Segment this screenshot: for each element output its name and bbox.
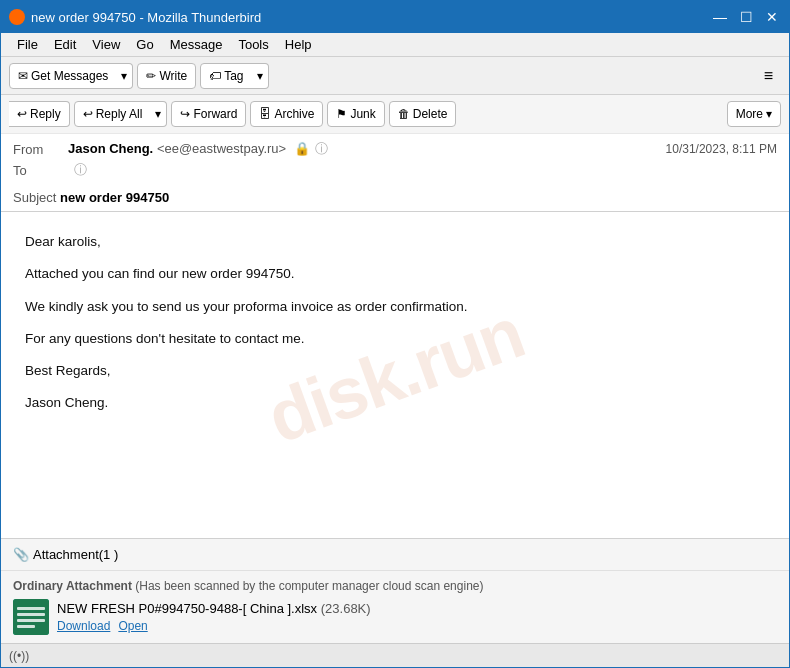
junk-button[interactable]: ⚑ Junk bbox=[327, 101, 384, 127]
write-label: Write bbox=[159, 69, 187, 83]
reply-all-button[interactable]: ↩ Reply All bbox=[74, 101, 152, 127]
tag-group: 🏷 Tag ▾ bbox=[200, 63, 268, 89]
from-row: From Jason Cheng. <ee@eastwestpay.ru> 🔒 … bbox=[13, 140, 777, 158]
archive-icon: 🗄 bbox=[259, 107, 271, 121]
attachment-type: Ordinary Attachment bbox=[13, 579, 132, 593]
close-button[interactable]: ✕ bbox=[763, 8, 781, 26]
inbox-icon: ✉ bbox=[18, 69, 28, 83]
get-messages-button[interactable]: ✉ Get Messages bbox=[9, 63, 117, 89]
to-value: ⓘ bbox=[68, 161, 777, 179]
menu-file[interactable]: File bbox=[9, 35, 46, 54]
email-fields: From Jason Cheng. <ee@eastwestpay.ru> 🔒 … bbox=[1, 134, 789, 186]
delete-label: Delete bbox=[413, 107, 448, 121]
archive-button[interactable]: 🗄 Archive bbox=[250, 101, 323, 127]
menu-edit[interactable]: Edit bbox=[46, 35, 84, 54]
body-line2: We kindly ask you to send us your profor… bbox=[25, 297, 765, 317]
minimize-button[interactable]: — bbox=[711, 8, 729, 26]
window-title: new order 994750 - Mozilla Thunderbird bbox=[31, 10, 711, 25]
tag-arrow-icon: ▾ bbox=[257, 69, 263, 83]
attachment-header-text: Attachment(1 ) bbox=[33, 547, 118, 562]
svg-rect-2 bbox=[17, 613, 45, 616]
tag-label: Tag bbox=[224, 69, 243, 83]
body-line1: Attached you can find our new order 9947… bbox=[25, 264, 765, 284]
attachment-header: 📎 Attachment(1 ) bbox=[1, 539, 789, 571]
file-name: NEW FRESH P0#994750-9488-[ China ].xlsx … bbox=[57, 601, 371, 616]
hamburger-button[interactable]: ≡ bbox=[756, 63, 781, 89]
sender-email: <ee@eastwestpay.ru> bbox=[157, 141, 286, 156]
reply-group: ↩ Reply bbox=[9, 101, 70, 127]
junk-label: Junk bbox=[350, 107, 375, 121]
email-action-bar: ↩ Reply ↩ Reply All ▾ ↪ Forward 🗄 Arc bbox=[1, 95, 789, 134]
reply-all-label: Reply All bbox=[96, 107, 143, 121]
file-actions: Download Open bbox=[57, 619, 371, 633]
menu-help[interactable]: Help bbox=[277, 35, 320, 54]
attachment-scan-text: (Has been scanned by the computer manage… bbox=[135, 579, 483, 593]
menu-go[interactable]: Go bbox=[128, 35, 161, 54]
svg-rect-0 bbox=[13, 599, 49, 635]
archive-label: Archive bbox=[274, 107, 314, 121]
body-line3: For any questions don't hesitate to cont… bbox=[25, 329, 765, 349]
menu-bar: File Edit View Go Message Tools Help bbox=[1, 33, 789, 57]
subject-label: Subject bbox=[13, 190, 56, 205]
email-body: disk.run Dear karolis, Attached you can … bbox=[1, 212, 789, 538]
junk-icon: ⚑ bbox=[336, 107, 347, 121]
tag-dropdown[interactable]: ▾ bbox=[252, 63, 269, 89]
file-info: NEW FRESH P0#994750-9488-[ China ].xlsx … bbox=[57, 601, 371, 633]
open-link[interactable]: Open bbox=[118, 619, 147, 633]
reply-button[interactable]: ↩ Reply bbox=[9, 101, 70, 127]
menu-message[interactable]: Message bbox=[162, 35, 231, 54]
file-type-icon bbox=[13, 599, 49, 635]
svg-rect-3 bbox=[17, 619, 45, 622]
attachment-item: Ordinary Attachment (Has been scanned by… bbox=[1, 571, 789, 643]
status-bar: ((•)) bbox=[1, 643, 789, 667]
delete-icon: 🗑 bbox=[398, 107, 410, 121]
maximize-button[interactable]: ☐ bbox=[737, 8, 755, 26]
reply-all-icon: ↩ bbox=[83, 107, 93, 121]
get-messages-group: ✉ Get Messages ▾ bbox=[9, 63, 133, 89]
app-icon bbox=[9, 9, 25, 25]
forward-icon: ↪ bbox=[180, 107, 190, 121]
attachment-file: NEW FRESH P0#994750-9488-[ China ].xlsx … bbox=[13, 599, 777, 635]
attachment-icon: 📎 bbox=[13, 547, 29, 562]
get-messages-label: Get Messages bbox=[31, 69, 108, 83]
download-link[interactable]: Download bbox=[57, 619, 110, 633]
attachment-area: 📎 Attachment(1 ) Ordinary Attachment (Ha… bbox=[1, 538, 789, 643]
to-row: To ⓘ bbox=[13, 161, 777, 179]
reply-icon: ↩ bbox=[17, 107, 27, 121]
reply-label: Reply bbox=[30, 107, 61, 121]
menu-tools[interactable]: Tools bbox=[230, 35, 276, 54]
svg-rect-4 bbox=[17, 625, 35, 628]
greeting: Dear karolis, bbox=[25, 232, 765, 252]
more-button[interactable]: More ▾ bbox=[727, 101, 781, 127]
get-messages-dropdown[interactable]: ▾ bbox=[116, 63, 133, 89]
from-label: From bbox=[13, 142, 68, 157]
body-closing: Best Regards, bbox=[25, 361, 765, 381]
recipient-info-icon: ⓘ bbox=[74, 162, 87, 177]
lock-icon: 🔒 bbox=[294, 141, 310, 156]
window-controls: — ☐ ✕ bbox=[711, 8, 781, 26]
connection-status-icon: ((•)) bbox=[9, 649, 29, 663]
subject-value: new order 994750 bbox=[60, 190, 169, 205]
subject-row: Subject new order 994750 bbox=[1, 186, 789, 211]
delete-button[interactable]: 🗑 Delete bbox=[389, 101, 457, 127]
forward-button[interactable]: ↪ Forward bbox=[171, 101, 246, 127]
email-header: ↩ Reply ↩ Reply All ▾ ↪ Forward 🗄 Arc bbox=[1, 95, 789, 212]
menu-view[interactable]: View bbox=[84, 35, 128, 54]
reply-all-dropdown[interactable]: ▾ bbox=[150, 101, 167, 127]
tag-button[interactable]: 🏷 Tag bbox=[200, 63, 252, 89]
get-messages-arrow-icon: ▾ bbox=[121, 69, 127, 83]
file-name-text: NEW FRESH P0#994750-9488-[ China ].xlsx bbox=[57, 601, 317, 616]
write-button[interactable]: ✏ Write bbox=[137, 63, 196, 89]
reply-all-group: ↩ Reply All ▾ bbox=[74, 101, 168, 127]
more-label: More bbox=[736, 107, 763, 121]
email-date: 10/31/2023, 8:11 PM bbox=[666, 142, 777, 156]
file-size: (23.68K) bbox=[321, 601, 371, 616]
attachment-label: Ordinary Attachment (Has been scanned by… bbox=[13, 579, 777, 593]
reply-all-arrow-icon: ▾ bbox=[155, 107, 161, 121]
svg-rect-1 bbox=[17, 607, 45, 610]
more-arrow-icon: ▾ bbox=[766, 107, 772, 121]
from-value: Jason Cheng. <ee@eastwestpay.ru> 🔒 ⓘ bbox=[68, 140, 666, 158]
tag-icon: 🏷 bbox=[209, 69, 221, 83]
toolbar: ✉ Get Messages ▾ ✏ Write 🏷 Tag ▾ ≡ bbox=[1, 57, 789, 95]
title-bar: new order 994750 - Mozilla Thunderbird —… bbox=[1, 1, 789, 33]
